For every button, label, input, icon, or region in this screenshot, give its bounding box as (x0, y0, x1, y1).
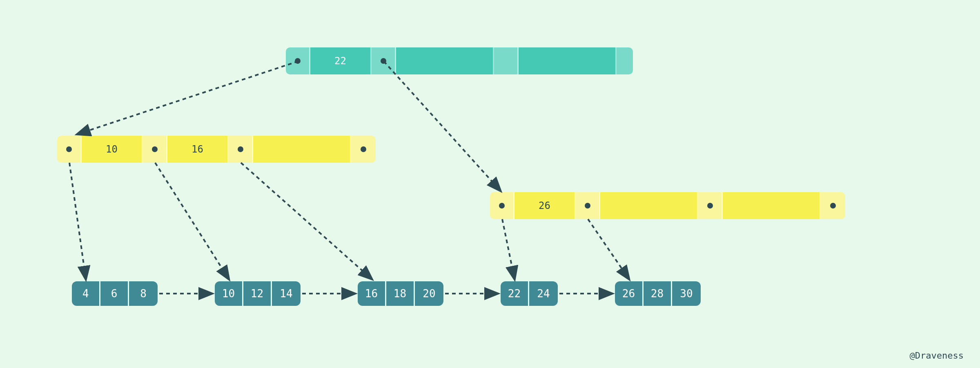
leaf-2: 16 18 20 (358, 281, 443, 306)
arrow-iright-leaf3 (502, 219, 514, 279)
leaf-2-val-1: 18 (386, 281, 415, 306)
root-node: 22 (286, 47, 633, 74)
arrow-ileft-leaf2 (241, 163, 372, 279)
internal-right-ptr-2 (698, 192, 723, 219)
internal-left-node: 10 16 (57, 136, 376, 163)
leaf-3-val-1: 24 (529, 281, 558, 306)
internal-left-ptr-2 (229, 136, 253, 163)
arrow-ileft-leaf1 (155, 163, 229, 279)
leaf-1-val-1: 12 (243, 281, 272, 306)
leaf-1: 10 12 14 (215, 281, 301, 306)
arrow-ileft-leaf0 (69, 163, 86, 279)
internal-left-ptr-0 (57, 136, 82, 163)
root-key-2 (519, 47, 617, 74)
root-ptr-0 (286, 47, 310, 74)
arrow-root-to-left (78, 61, 298, 134)
leaf-4-val-2: 30 (672, 281, 701, 306)
internal-left-key-0: 10 (82, 136, 143, 163)
root-key-0: 22 (310, 47, 372, 74)
leaf-2-val-2: 20 (415, 281, 443, 306)
leaf-0-val-1: 6 (100, 281, 129, 306)
root-ptr-2 (494, 47, 519, 74)
leaf-0-val-0: 4 (72, 281, 100, 306)
internal-left-ptr-3 (351, 136, 376, 163)
internal-right-ptr-3 (821, 192, 845, 219)
root-ptr-1 (372, 47, 396, 74)
leaf-2-val-0: 16 (358, 281, 386, 306)
leaf-4-val-0: 26 (615, 281, 644, 306)
internal-left-key-1: 16 (167, 136, 229, 163)
root-key-1 (396, 47, 494, 74)
arrow-root-to-right (384, 61, 500, 191)
root-ptr-3 (617, 47, 633, 74)
internal-right-ptr-1 (576, 192, 600, 219)
leaf-1-val-2: 14 (272, 281, 301, 306)
internal-right-ptr-0 (490, 192, 514, 219)
internal-right-key-0: 26 (514, 192, 576, 219)
internal-right-key-2 (723, 192, 821, 219)
leaf-3: 22 24 (501, 281, 558, 306)
internal-left-key-2 (253, 136, 351, 163)
attribution-text: @Draveness (910, 350, 964, 361)
leaf-0-val-2: 8 (129, 281, 158, 306)
leaf-0: 4 6 8 (72, 281, 158, 306)
internal-right-node: 26 (490, 192, 845, 219)
leaf-4-val-1: 28 (644, 281, 672, 306)
leaf-3-val-0: 22 (501, 281, 529, 306)
leaf-4: 26 28 30 (615, 281, 701, 306)
internal-left-ptr-1 (143, 136, 167, 163)
leaf-1-val-0: 10 (215, 281, 243, 306)
internal-right-key-1 (600, 192, 698, 219)
arrow-iright-leaf4 (588, 219, 629, 279)
